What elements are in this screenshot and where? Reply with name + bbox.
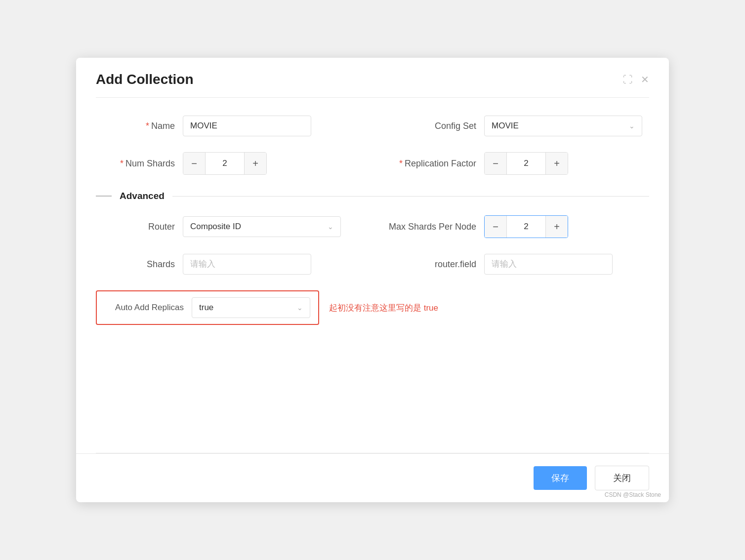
header-icons: ⛶ ✕ <box>623 74 649 85</box>
configset-chevron-icon: ⌄ <box>629 122 635 130</box>
shards-input[interactable] <box>183 254 311 275</box>
field-maxshards: Max Shards Per Node − 2 + <box>387 215 649 238</box>
close-icon[interactable]: ✕ <box>641 74 649 85</box>
field-shards: Shards <box>96 254 358 275</box>
replication-label: *Replication Factor <box>387 159 476 169</box>
dialog-footer: 保存 关闭 <box>76 453 669 502</box>
numshards-label: *Num Shards <box>96 159 175 169</box>
advanced-section: Advanced Router Composite ID ⌄ Max Shard… <box>96 191 649 325</box>
row-shards-replication: *Num Shards − 2 + *Replication Factor − … <box>96 152 649 175</box>
auto-add-replicas-select[interactable]: true ⌄ <box>192 297 310 318</box>
dialog-title: Add Collection <box>96 72 194 87</box>
auto-add-replicas-chevron-icon: ⌄ <box>297 304 303 312</box>
row-shards-routerfield: Shards router.field <box>96 254 649 275</box>
numshards-decrement-button[interactable]: − <box>183 153 205 174</box>
numshards-increment-button[interactable]: + <box>245 153 266 174</box>
router-label: Router <box>96 222 175 232</box>
close-button[interactable]: 关闭 <box>595 466 649 490</box>
row-autoaddreplicas: Auto Add Replicas true ⌄ 起初没有注意这里写的是 tru… <box>96 290 649 325</box>
advanced-line <box>172 196 649 197</box>
autoaddreplicas-container: Auto Add Replicas true ⌄ 起初没有注意这里写的是 tru… <box>96 290 438 325</box>
replication-required-star: * <box>399 159 403 168</box>
advanced-header: Advanced <box>96 191 649 201</box>
row-router-maxshards: Router Composite ID ⌄ Max Shards Per Nod… <box>96 215 649 238</box>
router-chevron-icon: ⌄ <box>328 223 333 231</box>
maxshards-stepper: − 2 + <box>484 215 568 238</box>
dialog-body: *Name Config Set MOVIE ⌄ *Num Shards − <box>76 98 669 453</box>
replication-increment-button[interactable]: + <box>546 153 568 174</box>
expand-icon[interactable]: ⛶ <box>623 74 633 85</box>
field-name: *Name <box>96 116 358 136</box>
replication-value: 2 <box>506 153 546 174</box>
auto-add-replicas-value: true <box>199 303 213 313</box>
field-replication: *Replication Factor − 2 + <box>387 152 649 175</box>
field-routerfield: router.field <box>387 254 649 275</box>
maxshards-value: 2 <box>506 216 546 238</box>
auto-add-box: Auto Add Replicas true ⌄ <box>96 290 319 325</box>
routerfield-input[interactable] <box>484 254 613 275</box>
advanced-dash <box>96 196 112 197</box>
watermark: CSDN @Stack Stone <box>605 491 661 498</box>
shards-label: Shards <box>96 259 175 270</box>
name-input[interactable] <box>183 116 311 136</box>
replication-decrement-button[interactable]: − <box>485 153 506 174</box>
dialog-header: Add Collection ⛶ ✕ <box>76 58 669 97</box>
name-required-star: * <box>146 121 149 131</box>
replication-stepper: − 2 + <box>484 152 568 175</box>
configset-label: Config Set <box>387 121 476 131</box>
field-numshards: *Num Shards − 2 + <box>96 152 358 175</box>
name-label: *Name <box>96 121 175 131</box>
save-button[interactable]: 保存 <box>534 466 587 490</box>
auto-add-replicas-label: Auto Add Replicas <box>105 303 184 313</box>
maxshards-increment-button[interactable]: + <box>546 216 568 238</box>
field-configset: Config Set MOVIE ⌄ <box>387 116 649 136</box>
configset-value: MOVIE <box>492 121 519 131</box>
row-name-configset: *Name Config Set MOVIE ⌄ <box>96 116 649 136</box>
router-select[interactable]: Composite ID ⌄ <box>183 216 341 237</box>
numshards-required-star: * <box>120 159 124 168</box>
numshards-stepper: − 2 + <box>183 152 267 175</box>
configset-select[interactable]: MOVIE ⌄ <box>484 116 642 136</box>
dialog: Add Collection ⛶ ✕ *Name Config Set MOVI… <box>76 58 669 502</box>
maxshards-label: Max Shards Per Node <box>387 222 476 232</box>
numshards-value: 2 <box>205 153 245 174</box>
field-router: Router Composite ID ⌄ <box>96 216 358 237</box>
router-value: Composite ID <box>190 222 241 232</box>
routerfield-label: router.field <box>387 259 476 270</box>
maxshards-decrement-button[interactable]: − <box>485 216 506 238</box>
advanced-title: Advanced <box>120 191 165 201</box>
annotation-text: 起初没有注意这里写的是 true <box>329 302 438 314</box>
